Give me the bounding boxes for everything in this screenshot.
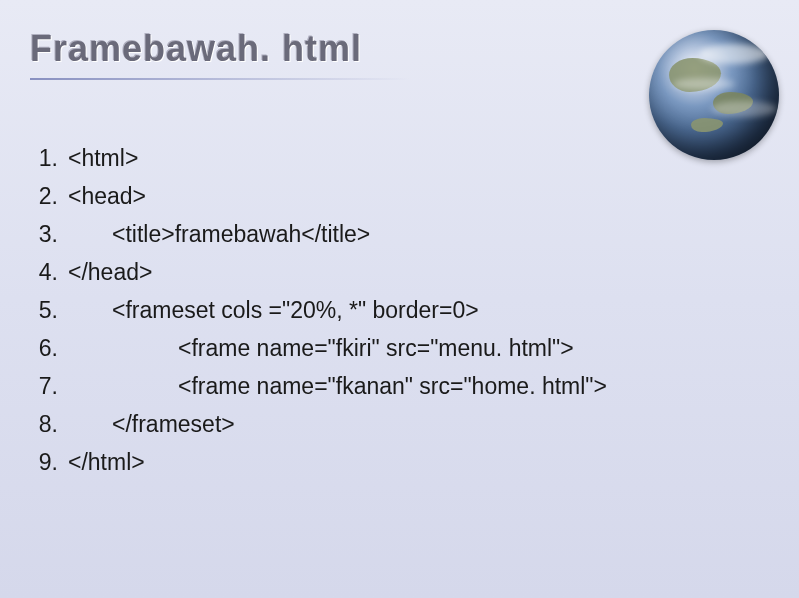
globe-icon (649, 30, 779, 160)
line-number: 1. (30, 140, 68, 178)
code-line: 4. </head> (30, 254, 607, 292)
line-text: <frameset cols ="20%, *" border=0> (68, 292, 479, 330)
title-underline (30, 78, 410, 80)
line-number: 3. (30, 216, 68, 254)
code-line: 9. </html> (30, 444, 607, 482)
line-text: <title>framebawah</title> (68, 216, 370, 254)
line-text: </head> (68, 254, 152, 292)
line-number: 5. (30, 292, 68, 330)
code-line: 1. <html> (30, 140, 607, 178)
line-text: </html> (68, 444, 145, 482)
line-number: 8. (30, 406, 68, 444)
line-number: 7. (30, 368, 68, 406)
code-line: 7. <frame name="fkanan" src="home. html"… (30, 368, 607, 406)
line-text: <frame name="fkiri" src="menu. html"> (68, 330, 574, 368)
code-listing: 1. <html> 2. <head> 3. <title>framebawah… (30, 140, 607, 481)
line-number: 4. (30, 254, 68, 292)
line-text: <head> (68, 178, 146, 216)
slide-title: Framebawah. html (30, 28, 362, 70)
code-line: 5. <frameset cols ="20%, *" border=0> (30, 292, 607, 330)
code-line: 3. <title>framebawah</title> (30, 216, 607, 254)
line-text: <html> (68, 140, 138, 178)
line-text: </frameset> (68, 406, 235, 444)
code-line: 8. </frameset> (30, 406, 607, 444)
line-number: 2. (30, 178, 68, 216)
line-number: 6. (30, 330, 68, 368)
code-line: 2. <head> (30, 178, 607, 216)
line-number: 9. (30, 444, 68, 482)
code-line: 6. <frame name="fkiri" src="menu. html"> (30, 330, 607, 368)
line-text: <frame name="fkanan" src="home. html"> (68, 368, 607, 406)
